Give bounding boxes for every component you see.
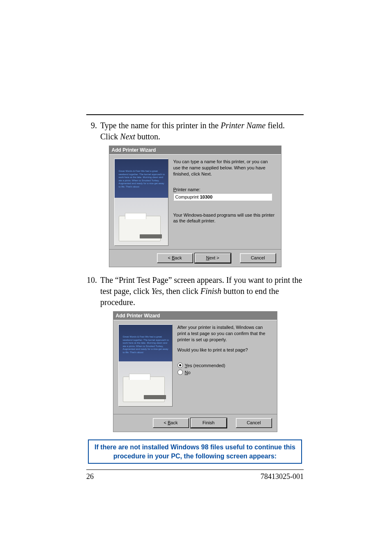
text: Compuprint xyxy=(175,194,200,199)
text: ext > xyxy=(209,255,219,260)
finish-button[interactable]: Finish xyxy=(191,418,227,428)
button-row: < Back Next > Cancel xyxy=(109,249,281,267)
next-button[interactable]: Next > xyxy=(195,253,231,263)
list-number: 9. xyxy=(86,120,97,142)
titlebar: Add Printer Wizard xyxy=(109,146,281,154)
list-item-9: 9. Type the name for this printer in the… xyxy=(86,120,304,142)
text: , then click xyxy=(162,287,200,296)
emphasis: Printer Name xyxy=(221,121,265,130)
illustration-printer xyxy=(119,216,161,241)
cancel-button[interactable]: Cancel xyxy=(236,418,272,428)
text: ack xyxy=(171,420,178,425)
emphasis: Yes xyxy=(151,287,162,296)
wizard-dialog-2: Add Printer Wizard Great Words & Fast We… xyxy=(113,311,277,432)
cancel-button[interactable]: Cancel xyxy=(240,253,276,263)
text-bold: 10300 xyxy=(200,194,212,199)
text: o xyxy=(188,370,190,375)
back-button[interactable]: < Back xyxy=(157,253,193,263)
illustration-blob: Great Words & Fast We had a great weeken… xyxy=(119,170,166,188)
wizard-illustration: Great Words & Fast We had a great weeken… xyxy=(114,159,168,246)
list-item-10: 10. The “Print Test Page” screen appears… xyxy=(86,275,304,308)
text: es (recommended) xyxy=(187,363,225,368)
list-text: The “Print Test Page” screen appears. If… xyxy=(97,275,304,308)
default-printer-msg: Your Windows-based programs will use thi… xyxy=(173,212,276,224)
top-rule xyxy=(86,114,304,115)
wizard-body: Great Words & Fast We had a great weeken… xyxy=(113,320,277,414)
button-row: < Back Finish Cancel xyxy=(113,414,277,432)
radio-dot-icon xyxy=(178,363,183,368)
list-number: 10. xyxy=(86,275,97,308)
text: < xyxy=(168,255,172,260)
text: Type the name for this printer in the xyxy=(100,121,221,130)
back-button[interactable]: < Back xyxy=(153,418,189,428)
note-text: If there are not installed Windows 98 fi… xyxy=(93,443,297,460)
emphasis: Finish xyxy=(201,287,221,296)
illustration-blob: Great Words & Fast We had a great weeken… xyxy=(123,335,171,354)
text: button. xyxy=(135,132,160,141)
illustration-printer xyxy=(123,377,165,402)
text: ack xyxy=(175,255,182,260)
titlebar: Add Printer Wizard xyxy=(113,312,277,320)
footer: 26 78413025-001 xyxy=(86,472,304,481)
radio-no[interactable]: No xyxy=(178,370,272,375)
page: 9. Type the name for this printer in the… xyxy=(0,0,392,555)
wizard-dialog-1: Add Printer Wizard Great Words & Fast We… xyxy=(109,146,281,267)
accel: P xyxy=(173,187,176,192)
text: < xyxy=(164,420,168,425)
footer-rule xyxy=(86,469,304,470)
page-number: 26 xyxy=(86,472,94,481)
list-text: Type the name for this printer in the Pr… xyxy=(97,120,304,142)
text: rinter name: xyxy=(176,187,201,192)
wizard-illustration: Great Words & Fast We had a great weeken… xyxy=(118,324,173,407)
wizard-body: Great Words & Fast We had a great weeken… xyxy=(109,154,281,249)
wizard-instructions: After your printer is installed, Windows… xyxy=(178,324,272,343)
emphasis: Next xyxy=(120,132,135,141)
printer-name-input[interactable]: Compuprint 10300 xyxy=(173,193,272,201)
wizard-question: Would you like to print a test page? xyxy=(178,347,272,353)
printer-name-label: Printer name: xyxy=(173,187,276,192)
wizard-instructions: You can type a name for this printer, or… xyxy=(173,159,276,177)
radio-yes[interactable]: Yes (recommended) xyxy=(178,363,272,368)
note-box: If there are not installed Windows 98 fi… xyxy=(88,439,302,464)
doc-number: 78413025-001 xyxy=(261,472,304,481)
radio-dot-icon xyxy=(178,370,183,375)
